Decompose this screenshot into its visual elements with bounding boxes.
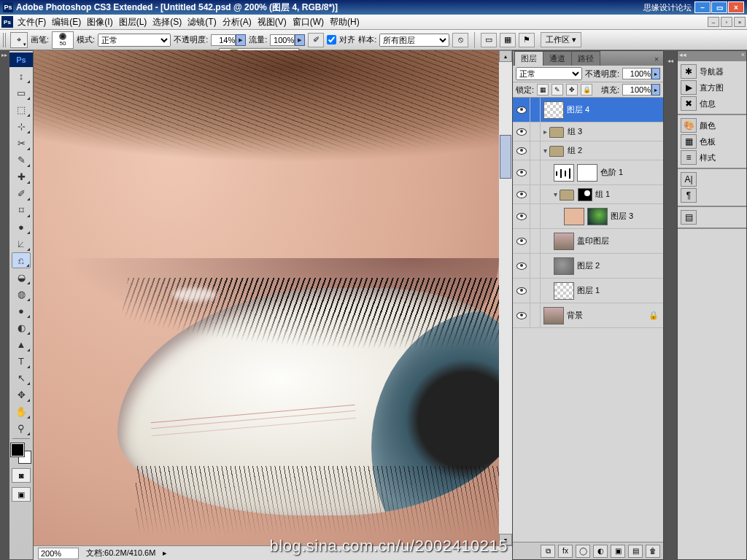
toolbox-header[interactable]: Ps [9, 52, 33, 67]
adjustment-layer-button[interactable]: ◐ [593, 545, 608, 558]
delete-layer-button[interactable]: 🗑 [646, 545, 660, 558]
palette-well-3[interactable]: ⚑ [519, 33, 535, 47]
layer-name[interactable]: 背景 [567, 310, 583, 321]
tool-button[interactable]: ◐ [12, 319, 31, 335]
tool-button[interactable]: ▲ [12, 336, 31, 352]
disclosure-icon[interactable]: ▾ [543, 147, 547, 155]
layer-thumb[interactable] [564, 208, 584, 225]
mask-thumb[interactable] [577, 164, 597, 182]
tool-button[interactable]: ▭ [12, 85, 31, 101]
panel-collapsed-item[interactable]: ▶直方图 [681, 80, 743, 95]
aligned-checkbox[interactable] [327, 35, 336, 44]
layer-row[interactable]: 图层 2 [513, 254, 663, 279]
layer-thumb[interactable] [554, 257, 574, 275]
visibility-toggle[interactable] [513, 122, 530, 141]
airbrush-button[interactable]: ✐ [308, 33, 324, 47]
mask-thumb[interactable] [578, 188, 592, 201]
vertical-scrollbar[interactable]: ▴ ▾ [499, 50, 512, 545]
layer-mask-button[interactable]: ◯ [576, 545, 590, 558]
layer-name[interactable]: 图层 4 [567, 104, 589, 115]
opacity-arrow-icon[interactable]: ▸ [236, 34, 246, 46]
disclosure-icon[interactable]: ▸ [543, 128, 547, 136]
layer-row[interactable]: 盖印图层 [513, 229, 663, 254]
visibility-toggle[interactable] [513, 279, 530, 303]
layer-row[interactable]: ▾组 2 [513, 141, 663, 160]
flow-arrow-icon[interactable]: ▸ [295, 34, 305, 46]
tool-button[interactable]: ◍ [12, 286, 31, 302]
visibility-toggle[interactable] [513, 204, 530, 228]
tool-button[interactable]: ● [12, 219, 31, 235]
layer-name[interactable]: 组 1 [595, 189, 610, 200]
visibility-toggle[interactable] [513, 160, 530, 184]
scroll-up-button[interactable]: ▴ [499, 50, 512, 62]
current-tool-icon[interactable]: ⌖▾ [10, 32, 28, 48]
workspace-button[interactable]: 工作区 ▾ [541, 32, 581, 47]
layer-row[interactable]: 图层 3 [513, 204, 663, 229]
tool-button[interactable]: ◒ [12, 269, 31, 285]
panel-collapsed-item[interactable]: ≡样式 [681, 150, 743, 165]
menu-item[interactable]: 编辑(E) [49, 15, 84, 30]
menu-item[interactable]: 图层(L) [116, 15, 150, 30]
layer-row[interactable]: ▸组 3 [513, 122, 663, 141]
lock-position-button[interactable]: ✥ [566, 84, 578, 96]
layer-row[interactable]: 色阶 1 [513, 160, 663, 185]
panel-dock-strip[interactable]: ◂◂ [664, 50, 677, 560]
layer-row[interactable]: 图层 1 [513, 279, 663, 303]
panel-collapsed-item[interactable]: ▤ [681, 210, 743, 225]
layer-opacity-arrow[interactable]: ▸ [651, 68, 660, 79]
tool-button[interactable]: ✚ [12, 168, 31, 184]
maximize-button[interactable]: ▭ [711, 1, 727, 13]
tab-paths[interactable]: 路径 [571, 51, 600, 66]
tool-button[interactable]: ⊹ [12, 118, 31, 134]
tool-button[interactable]: ✐ [12, 185, 31, 201]
ignore-adjust-button[interactable]: ⦸ [452, 33, 468, 47]
minimize-button[interactable]: – [694, 1, 711, 13]
layer-fx-button[interactable]: fx [558, 545, 573, 558]
tool-button[interactable]: ⬚ [12, 101, 31, 117]
layer-name[interactable]: 组 3 [568, 126, 582, 137]
panel-collapsed-item[interactable]: ✖信息 [681, 96, 743, 111]
lock-transparent-button[interactable]: ▦ [537, 84, 549, 96]
tool-button[interactable]: ✋ [12, 403, 31, 419]
tool-button[interactable]: ⚲ [12, 420, 31, 436]
document-canvas[interactable] [34, 50, 499, 545]
layer-name[interactable]: 图层 3 [611, 211, 633, 222]
tool-button[interactable]: ✂ [12, 135, 31, 151]
layer-thumb[interactable] [554, 233, 574, 250]
scroll-down-button[interactable]: ▾ [499, 534, 512, 545]
menu-item[interactable]: 帮助(H) [327, 15, 363, 30]
layer-name[interactable]: 盖印图层 [577, 236, 609, 246]
menu-item[interactable]: 选择(S) [150, 15, 185, 30]
menu-item[interactable]: 分析(A) [220, 15, 255, 30]
visibility-toggle[interactable] [513, 141, 530, 160]
lock-all-button[interactable]: 🔒 [581, 84, 592, 96]
dock-left-toggle[interactable]: ▸▸ [0, 50, 9, 560]
lock-pixels-button[interactable]: ✎ [551, 84, 563, 96]
blend-mode-select[interactable]: 正常 [98, 34, 171, 47]
panel-close-icon[interactable]: × [651, 55, 662, 66]
tool-button[interactable]: ⟀ [12, 236, 31, 252]
doc-info[interactable]: 文档:60.2M/410.6M [86, 548, 155, 559]
tool-button[interactable]: ✎ [12, 152, 31, 168]
zoom-field[interactable]: 200% [38, 548, 79, 559]
panel-collapsed-item[interactable]: A| [681, 172, 743, 187]
doc-minimize-button[interactable]: – [708, 17, 719, 27]
layer-name[interactable]: 图层 1 [577, 285, 600, 296]
layer-row[interactable]: ▾组 1 [513, 185, 663, 204]
brush-preset-picker[interactable]: 50 [52, 31, 74, 49]
panel-collapsed-item[interactable]: ¶ [681, 188, 743, 203]
layer-name[interactable]: 色阶 1 [600, 167, 623, 178]
layer-thumb[interactable] [543, 307, 564, 324]
panel-collapsed-item[interactable]: ✱导航器 [681, 64, 743, 79]
menu-item[interactable]: 视图(V) [255, 15, 290, 30]
screenmode-button[interactable]: ▣ [12, 487, 31, 502]
menu-item[interactable]: 窗口(W) [290, 15, 327, 30]
menu-item[interactable]: 图像(I) [84, 15, 115, 30]
disclosure-icon[interactable]: ▾ [554, 190, 557, 198]
tool-button[interactable]: ⎌ [12, 252, 31, 268]
sample-select[interactable]: 所有图层 [379, 34, 449, 47]
mask-thumb[interactable] [587, 208, 608, 225]
tab-channels[interactable]: 通道 [543, 51, 572, 66]
quickmask-button[interactable]: ◙ [12, 468, 31, 483]
doc-close-button[interactable]: × [734, 17, 746, 27]
